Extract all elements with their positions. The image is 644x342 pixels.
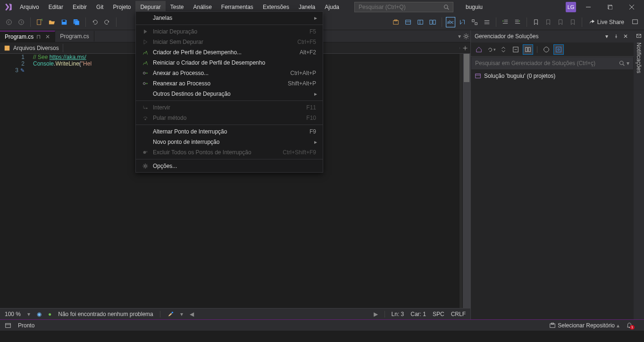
se-refresh-icon[interactable]: ▾ bbox=[486, 44, 496, 55]
pin-icon[interactable]: ⊓ bbox=[36, 33, 41, 40]
eol-mode[interactable]: CRLF bbox=[451, 311, 466, 317]
menu-projeto[interactable]: Projeto bbox=[108, 1, 135, 13]
svg-rect-32 bbox=[5, 45, 10, 50]
tb-icon-2[interactable] bbox=[403, 17, 413, 27]
notifications-tab[interactable]: Notificações bbox=[636, 33, 642, 73]
issue-ok-icon: ● bbox=[48, 311, 51, 317]
health-icon[interactable]: ◉ bbox=[37, 311, 42, 317]
menu-ajuda[interactable]: Ajuda bbox=[320, 1, 344, 13]
menu-arquivo[interactable]: Arquivo bbox=[15, 1, 44, 13]
se-home-icon[interactable] bbox=[474, 44, 484, 55]
attach-icon bbox=[140, 81, 151, 86]
feedback-icon[interactable] bbox=[630, 17, 640, 27]
split-editor-icon[interactable] bbox=[460, 45, 470, 51]
tb-icon-8[interactable] bbox=[482, 17, 492, 27]
menu-item[interactable]: Criador de Perfil de Desempenho...Alt+F2 bbox=[136, 47, 323, 58]
svg-point-55 bbox=[145, 119, 146, 120]
menu-item[interactable]: Outros Destinos de Depuração▸ bbox=[136, 89, 323, 99]
zoom-level[interactable]: 100 % bbox=[5, 311, 21, 317]
global-search-input[interactable] bbox=[359, 4, 443, 10]
new-item-button[interactable]: * bbox=[34, 17, 45, 27]
bell-badge: 1 bbox=[630, 325, 635, 330]
tb-icon-4[interactable] bbox=[427, 17, 438, 27]
abc-icon[interactable]: abc bbox=[446, 17, 455, 27]
brush-icon[interactable] bbox=[167, 311, 174, 317]
bookmark-icon[interactable] bbox=[531, 17, 541, 27]
menu-item-label: Criador de Perfil de Desempenho... bbox=[151, 49, 300, 56]
se-showall-icon[interactable] bbox=[523, 44, 533, 55]
repo-selector[interactable]: Selecionar Repositório ▴ bbox=[549, 322, 619, 329]
document-tab[interactable]: Program.cs⊓✕ bbox=[0, 31, 55, 42]
se-preview-icon[interactable] bbox=[553, 44, 564, 55]
svg-point-7 bbox=[7, 19, 12, 25]
solution-search-input[interactable] bbox=[475, 60, 619, 67]
step-icon bbox=[140, 105, 151, 110]
solution-explorer-toolbar: ▾ bbox=[471, 42, 634, 57]
svg-rect-11 bbox=[63, 20, 66, 22]
bookmark-prev-icon[interactable] bbox=[543, 17, 553, 27]
menu-item-label: Pular método bbox=[151, 115, 306, 121]
window-close-button[interactable] bbox=[622, 0, 641, 14]
global-search[interactable] bbox=[354, 2, 453, 12]
bookmark-next-icon[interactable] bbox=[555, 17, 566, 27]
solution-explorer-search[interactable]: ▾ bbox=[471, 57, 633, 69]
live-share-button[interactable]: Live Share bbox=[586, 18, 627, 26]
panel-pin-icon[interactable] bbox=[612, 32, 620, 41]
undo-button[interactable] bbox=[90, 17, 100, 27]
menu-editar[interactable]: Editar bbox=[44, 1, 68, 13]
solution-tree[interactable]: Solução 'buguiu' (0 projetos) bbox=[471, 70, 634, 319]
nav-type-combo[interactable]: Arquivos Diversos bbox=[0, 44, 63, 52]
play-outline-icon bbox=[140, 39, 151, 45]
menu-item[interactable]: Anexar ao Processo...Ctrl+Alt+P bbox=[136, 68, 323, 78]
output-icon[interactable] bbox=[5, 322, 11, 329]
nav-back-button[interactable] bbox=[4, 17, 14, 27]
svg-rect-16 bbox=[418, 20, 423, 24]
tb-icon-6[interactable] bbox=[457, 17, 468, 27]
editor-settings-icon[interactable] bbox=[463, 33, 469, 40]
menu-item[interactable]: Novo ponto de interrupção▸ bbox=[136, 137, 323, 147]
close-icon[interactable]: ✕ bbox=[45, 33, 50, 40]
svg-rect-31 bbox=[633, 19, 638, 24]
nav-fwd-button[interactable] bbox=[16, 17, 26, 27]
tb-icon-7[interactable] bbox=[469, 17, 480, 27]
submenu-arrow-icon: ▸ bbox=[314, 15, 317, 21]
save-all-button[interactable] bbox=[71, 17, 82, 27]
perf-icon bbox=[140, 50, 151, 55]
menu-exibir[interactable]: Exibir bbox=[68, 1, 92, 13]
issues-label[interactable]: Não foi encontrado nenhum problema bbox=[58, 311, 153, 317]
solution-explorer-panel: Gerenciador de Soluções ▾ ✕ ▾ ▾ bbox=[470, 30, 634, 319]
menu-item[interactable]: Reiniciar o Criador de Perfil de Desempe… bbox=[136, 58, 323, 68]
menu-git[interactable]: Git bbox=[92, 1, 108, 13]
se-collapse-icon[interactable] bbox=[510, 44, 521, 55]
user-avatar[interactable]: LG bbox=[566, 2, 576, 12]
window-minimize-button[interactable] bbox=[579, 0, 598, 14]
svg-point-60 bbox=[465, 35, 467, 37]
menu-item[interactable]: Janelas▸ bbox=[136, 13, 323, 23]
bookmark-clear-icon[interactable] bbox=[568, 17, 578, 27]
menu-item[interactable]: Alternar Ponto de InterrupçãoF9 bbox=[136, 126, 323, 137]
indent-mode[interactable]: SPC bbox=[433, 311, 444, 317]
redo-button[interactable] bbox=[102, 17, 112, 27]
vertical-scrollbar[interactable] bbox=[463, 54, 470, 308]
se-properties-icon[interactable] bbox=[541, 44, 552, 55]
menu-item[interactable]: Reanexar ao ProcessoShift+Alt+P bbox=[136, 78, 323, 89]
tabs-chevron-icon[interactable]: ▾ bbox=[458, 33, 461, 40]
open-button[interactable] bbox=[47, 17, 57, 27]
scroll-left-icon[interactable]: ◀ bbox=[190, 311, 194, 317]
se-sync-icon[interactable] bbox=[498, 44, 509, 55]
indent-less-icon[interactable] bbox=[500, 17, 510, 27]
window-maximize-button[interactable] bbox=[601, 0, 619, 14]
scroll-right-icon[interactable]: ▶ bbox=[374, 311, 378, 317]
save-button[interactable] bbox=[59, 17, 69, 27]
panel-dropdown-icon[interactable]: ▾ bbox=[602, 32, 611, 41]
tb-icon-3[interactable] bbox=[415, 17, 426, 27]
panel-close-icon[interactable]: ✕ bbox=[621, 32, 630, 41]
solution-root-node[interactable]: Solução 'buguiu' (0 projetos) bbox=[473, 72, 632, 80]
notifications-bell[interactable]: 1 bbox=[626, 322, 633, 329]
indent-more-icon[interactable] bbox=[512, 17, 523, 27]
svg-point-54 bbox=[146, 108, 148, 109]
toolbox-icon[interactable] bbox=[391, 17, 401, 27]
menu-item[interactable]: Opções... bbox=[136, 161, 323, 171]
notifications-label: Notificações bbox=[636, 42, 642, 73]
document-tab[interactable]: Program.cs bbox=[55, 31, 94, 42]
